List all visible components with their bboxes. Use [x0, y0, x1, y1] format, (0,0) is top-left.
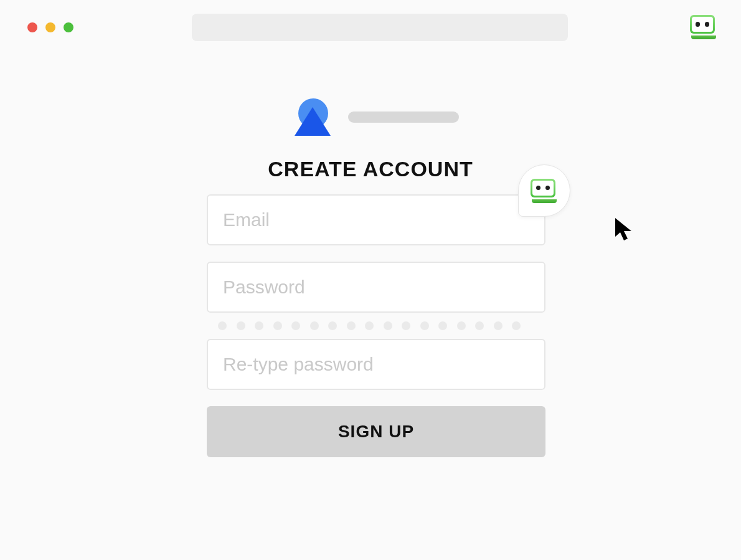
- site-logo-icon: [296, 98, 329, 136]
- site-logo-area: [296, 98, 459, 136]
- zoom-window-button[interactable]: [64, 22, 73, 32]
- site-name-placeholder: [348, 112, 459, 123]
- minimize-window-button[interactable]: [45, 22, 55, 32]
- email-field[interactable]: [207, 194, 545, 245]
- password-field[interactable]: [207, 262, 545, 313]
- sign-up-button[interactable]: SIGN UP: [207, 406, 545, 457]
- password-manager-extension-icon[interactable]: [690, 15, 717, 39]
- roboform-icon: [531, 179, 558, 203]
- mouse-pointer-icon: [614, 217, 636, 245]
- autofill-badge[interactable]: [518, 164, 570, 217]
- window-traffic-lights: [27, 22, 73, 32]
- password-strength-dots: [218, 321, 545, 330]
- retype-password-field[interactable]: [207, 339, 545, 390]
- browser-address-bar[interactable]: [192, 14, 568, 41]
- roboform-icon: [690, 15, 717, 39]
- create-account-form: SIGN UP: [207, 194, 545, 457]
- page-title: CREATE ACCOUNT: [0, 157, 741, 181]
- close-window-button[interactable]: [27, 22, 37, 32]
